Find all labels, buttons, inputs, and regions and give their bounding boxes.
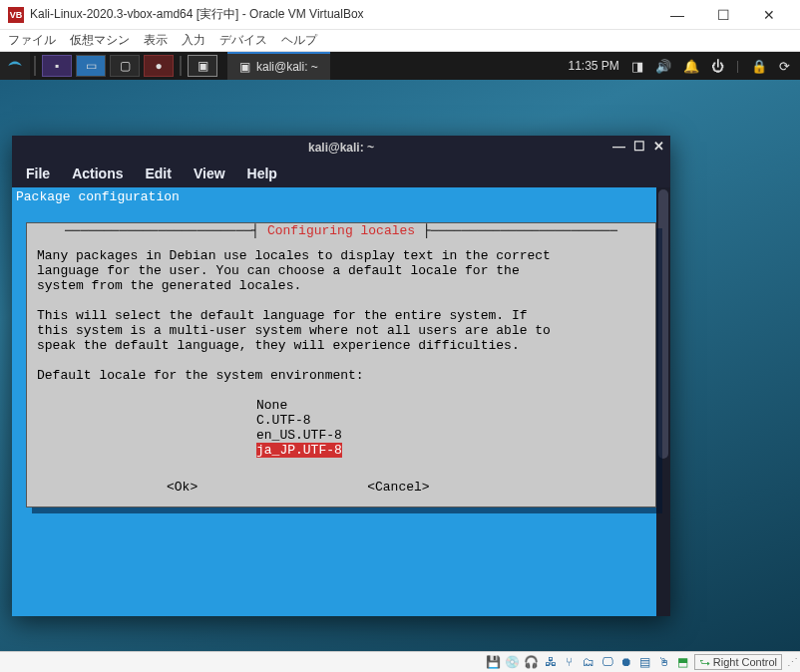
terminal-title: kali@kali: ~ <box>308 141 374 155</box>
terminal-body[interactable]: Package configuration ──────────────────… <box>12 187 670 616</box>
terminal-task-button[interactable]: ▣ <box>188 55 217 77</box>
dialog-buttons: <Ok> <Cancel> <box>37 480 645 495</box>
active-window-title: kali@kali: ~ <box>256 60 318 74</box>
terminal-menu-help[interactable]: Help <box>247 166 277 181</box>
terminal-menubar: File Actions Edit View Help <box>12 160 670 187</box>
host-key-label: Right Control <box>713 656 777 668</box>
kali-taskbar: ▪ ▭ ▢ ● ▣ ▣ kali@kali: ~ 11:35 PM ◨ 🔊 🔔 … <box>0 52 800 80</box>
locale-option[interactable]: en_US.UTF-8 <box>256 428 342 443</box>
workspace-button[interactable]: ▪ <box>42 55 72 77</box>
recorder-button[interactable]: ● <box>144 55 174 77</box>
sb-audio-icon[interactable]: 🎧 <box>524 654 540 670</box>
active-window-tab[interactable]: ▣ kali@kali: ~ <box>227 52 330 80</box>
files-button[interactable]: ▭ <box>76 55 106 77</box>
terminal-maximize-button[interactable]: ☐ <box>633 139 645 154</box>
virtualbox-titlebar: VB Kali-Linux-2020.3-vbox-amd64 [実行中] - … <box>0 0 800 30</box>
terminal-scrollbar[interactable] <box>656 187 670 616</box>
volume-icon[interactable]: 🔊 <box>655 59 671 74</box>
terminal-menu-file[interactable]: File <box>26 166 50 181</box>
vb-menu-file[interactable]: ファイル <box>8 32 56 49</box>
locale-option[interactable]: ja_JP.UTF-8 <box>256 443 342 458</box>
host-key-indicator[interactable]: ⮑ Right Control <box>694 654 782 670</box>
cancel-button[interactable]: <Cancel> <box>367 480 429 495</box>
sb-mouse-icon[interactable]: 🖱 <box>656 654 672 670</box>
power-icon[interactable]: ⏻ <box>711 59 724 74</box>
minimize-button[interactable]: — <box>654 0 700 30</box>
lock-icon[interactable]: 🔒 <box>751 59 767 74</box>
scrollbar-thumb[interactable] <box>658 189 668 459</box>
network-icon[interactable]: ◨ <box>631 59 643 74</box>
terminal-close-button[interactable]: ✕ <box>653 139 664 154</box>
locale-option[interactable]: None <box>256 398 287 413</box>
maximize-button[interactable]: ☐ <box>700 0 746 30</box>
terminal-minimize-button[interactable]: — <box>612 139 625 154</box>
virtualbox-icon: VB <box>8 7 24 23</box>
notifications-icon[interactable]: 🔔 <box>683 59 699 74</box>
vb-menu-view[interactable]: 表示 <box>144 32 168 49</box>
sb-shared-folders-icon[interactable]: 🗂 <box>581 654 597 670</box>
sb-recording-icon[interactable]: ⏺ <box>618 654 634 670</box>
sb-usb-icon[interactable]: ⑂ <box>562 654 578 670</box>
locale-options-list[interactable]: NoneC.UTF-8en_US.UTF-8ja_JP.UTF-8 <box>256 398 645 458</box>
virtualbox-menubar: ファイル 仮想マシン 表示 入力 デバイス ヘルプ <box>0 30 800 52</box>
dialog-title-row: ────────────────────────┤ Configuring lo… <box>37 223 645 238</box>
refresh-icon[interactable]: ⟳ <box>779 59 790 74</box>
sb-cpu-icon[interactable]: ▤ <box>637 654 653 670</box>
terminal-window: kali@kali: ~ — ☐ ✕ File Actions Edit Vie… <box>12 136 670 616</box>
virtualbox-statusbar: 💾 💿 🎧 🖧 ⑂ 🗂 🖵 ⏺ ▤ 🖱 ⬒ ⮑ Right Control ⋰ <box>0 651 800 672</box>
vb-menu-input[interactable]: 入力 <box>182 32 205 49</box>
sb-clipboard-icon[interactable]: ⬒ <box>675 654 691 670</box>
clock[interactable]: 11:35 PM <box>569 59 619 73</box>
quick-launch: ▪ ▭ ▢ ● ▣ <box>40 52 219 80</box>
dialog-prompt: Default locale for the system environmen… <box>37 368 645 383</box>
sb-disk-icon[interactable]: 💾 <box>486 654 502 670</box>
close-button[interactable]: ✕ <box>746 0 792 30</box>
guest-display: ▪ ▭ ▢ ● ▣ ▣ kali@kali: ~ 11:35 PM ◨ 🔊 🔔 … <box>0 52 800 651</box>
ok-button[interactable]: <Ok> <box>167 480 198 495</box>
terminal-shortcut[interactable]: ▢ <box>110 55 140 77</box>
ncurses-dialog: ────────────────────────┤ Configuring lo… <box>26 222 656 507</box>
sb-network-icon[interactable]: 🖧 <box>543 654 559 670</box>
kali-menu-icon[interactable] <box>0 52 30 80</box>
terminal-menu-view[interactable]: View <box>194 166 225 181</box>
dialog-body-2: This will select the default language fo… <box>37 308 645 353</box>
dialog-title: Configuring locales <box>259 223 423 238</box>
dialog-body-1: Many packages in Debian use locales to d… <box>37 248 645 293</box>
sb-display-icon[interactable]: 🖵 <box>600 654 615 670</box>
package-configuration-label: Package configuration <box>12 189 670 204</box>
host-key-arrow-icon: ⮑ <box>699 656 710 668</box>
terminal-menu-edit[interactable]: Edit <box>145 166 171 181</box>
terminal-icon: ▣ <box>239 60 250 74</box>
vb-menu-devices[interactable]: デバイス <box>219 32 267 49</box>
terminal-menu-actions[interactable]: Actions <box>72 166 123 181</box>
locale-option[interactable]: C.UTF-8 <box>256 413 311 428</box>
virtualbox-window-title: Kali-Linux-2020.3-vbox-amd64 [実行中] - Ora… <box>30 6 654 23</box>
vb-menu-machine[interactable]: 仮想マシン <box>70 32 130 49</box>
system-tray: 11:35 PM ◨ 🔊 🔔 ⏻ | 🔒 ⟳ <box>569 59 791 74</box>
vb-menu-help[interactable]: ヘルプ <box>281 32 317 49</box>
resize-grip-icon[interactable]: ⋰ <box>787 656 796 669</box>
terminal-titlebar[interactable]: kali@kali: ~ — ☐ ✕ <box>12 136 670 160</box>
sb-optical-icon[interactable]: 💿 <box>505 654 521 670</box>
